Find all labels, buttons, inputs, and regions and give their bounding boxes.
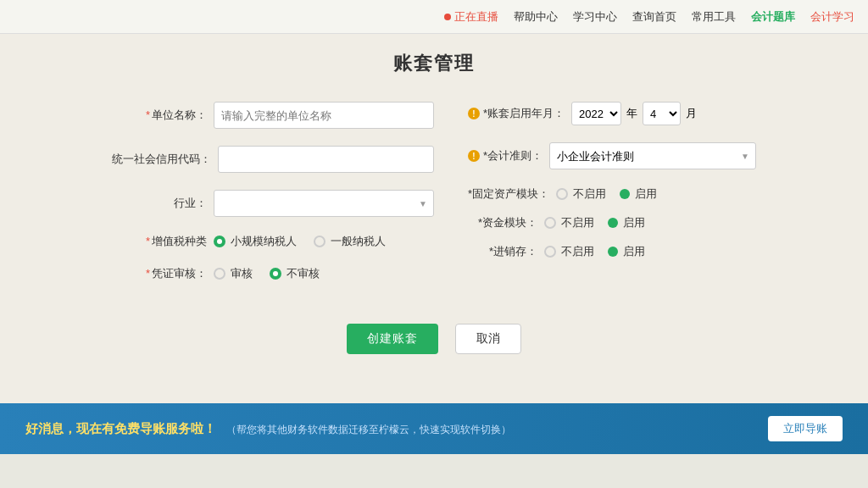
inventory-off-label: 不启用: [561, 244, 594, 259]
audit-radio-group: 审核 不审核: [214, 266, 320, 281]
vat-type-row: 增值税种类 小规模纳税人 一般纳税人: [112, 234, 434, 249]
bottom-banner: 好消息，现在有免费导账服务啦！ （帮您将其他财务软件数据迁移至柠檬云，快速实现软…: [0, 403, 868, 454]
accounting-std-select-wrapper: 小企业会计准则 企业会计准则 ▼: [549, 142, 756, 169]
account-year-row: ! *账套启用年月： 2020 2021 2022 2023 年 1 2 3: [468, 102, 756, 125]
audit-no-label: 不审核: [287, 266, 320, 281]
fund-on-option[interactable]: 启用: [608, 215, 645, 230]
fixed-assets-off-option[interactable]: 不启用: [556, 186, 606, 202]
credit-code-label: 统一社会信用代码：: [112, 152, 218, 167]
fixed-assets-off-radio-icon: [556, 188, 568, 200]
form-left: 单位名称： 统一社会信用代码： 行业： 制造业 零售业 服务业 建筑业: [112, 102, 434, 298]
vat-general-radio-icon: [314, 236, 326, 247]
voucher-audit-label: 凭证审核：: [112, 266, 214, 281]
year-select[interactable]: 2020 2021 2022 2023: [571, 102, 621, 125]
banner-main-text: 好消息，现在有免费导账服务啦！ （帮您将其他财务软件数据迁移至柠檬云，快速实现软…: [25, 421, 511, 435]
audit-no-option[interactable]: 不审核: [270, 266, 320, 281]
audit-no-radio-icon: [270, 268, 281, 280]
fund-options: 不启用 启用: [544, 215, 645, 230]
query-nav-item[interactable]: 查询首页: [632, 9, 676, 25]
industry-select[interactable]: 制造业 零售业 服务业 建筑业 其他: [214, 190, 434, 217]
industry-row: 行业： 制造业 零售业 服务业 建筑业 其他 ▼: [112, 190, 434, 217]
industry-select-wrapper: 制造业 零售业 服务业 建筑业 其他 ▼: [214, 190, 434, 217]
inventory-off-radio-icon: [544, 246, 556, 258]
month-unit: 月: [686, 106, 697, 121]
credit-code-input[interactable]: [218, 146, 434, 173]
inventory-off-option[interactable]: 不启用: [544, 244, 594, 259]
inventory-on-option[interactable]: 启用: [608, 244, 645, 259]
fixed-assets-options: 不启用 启用: [556, 186, 657, 202]
credit-code-row: 统一社会信用代码：: [112, 146, 434, 173]
cancel-button[interactable]: 取消: [455, 324, 521, 354]
fund-on-label: 启用: [623, 215, 645, 230]
top-nav: 正在直播 帮助中心 学习中心 查询首页 常用工具 会计题库 会计学习: [0, 0, 868, 34]
inventory-label: *进销存：: [468, 244, 544, 259]
accounting-std-select[interactable]: 小企业会计准则 企业会计准则: [549, 142, 756, 169]
industry-label: 行业：: [112, 196, 214, 211]
year-unit: 年: [626, 106, 637, 121]
fund-off-label: 不启用: [561, 215, 594, 230]
fixed-assets-on-option[interactable]: 启用: [620, 186, 657, 202]
fixed-assets-off-label: 不启用: [573, 186, 606, 202]
banner-highlight-text: 好消息，现在有免费导账服务啦！: [25, 421, 216, 435]
voucher-audit-row: 凭证审核： 审核 不审核: [112, 266, 434, 281]
vat-small-radio-icon: [214, 236, 225, 247]
fund-row: *资金模块： 不启用 启用: [468, 215, 756, 230]
month-select[interactable]: 1 2 3 4 5 6 7 8 9 10 11 12: [643, 102, 681, 125]
inventory-options: 不启用 启用: [544, 244, 645, 259]
audit-yes-label: 审核: [231, 266, 253, 281]
account-year-info-icon: !: [468, 108, 480, 119]
vat-small-option[interactable]: 小规模纳税人: [214, 234, 297, 249]
inventory-on-label: 启用: [623, 244, 645, 259]
accounting-std-label: ! *会计准则：: [468, 148, 549, 164]
fixed-assets-label: *固定资产模块：: [468, 186, 556, 202]
audit-yes-option[interactable]: 审核: [214, 266, 253, 281]
year-select-group: 2020 2021 2022 2023 年 1 2 3 4 5 6 7: [571, 102, 697, 125]
fixed-assets-on-label: 启用: [635, 186, 657, 202]
form-right: ! *账套启用年月： 2020 2021 2022 2023 年 1 2 3: [468, 102, 756, 298]
fixed-assets-row: *固定资产模块： 不启用 启用: [468, 186, 756, 202]
create-account-button[interactable]: 创建账套: [347, 324, 438, 354]
accounting-std-label-text: *会计准则：: [483, 148, 542, 164]
vat-general-option[interactable]: 一般纳税人: [314, 234, 386, 249]
live-nav-item[interactable]: 正在直播: [444, 9, 498, 25]
unit-name-label: 单位名称：: [112, 108, 214, 123]
brand-nav-item[interactable]: 会计题库: [751, 9, 795, 25]
fund-label: *资金模块：: [468, 215, 544, 230]
inventory-row: *进销存： 不启用 启用: [468, 244, 756, 259]
accounting-std-row: ! *会计准则： 小企业会计准则 企业会计准则 ▼: [468, 142, 756, 169]
brand2-nav-item[interactable]: 会计学习: [810, 9, 854, 25]
audit-yes-radio-icon: [214, 268, 225, 280]
tools-nav-item[interactable]: 常用工具: [692, 9, 736, 25]
fund-off-option[interactable]: 不启用: [544, 215, 594, 230]
main-content: 账套管理 单位名称： 统一社会信用代码： 行业： 制造业: [0, 34, 868, 454]
help-nav-item[interactable]: 帮助中心: [514, 9, 558, 25]
inventory-on-dot-icon: [608, 247, 618, 257]
unit-name-row: 单位名称：: [112, 102, 434, 129]
fund-off-radio-icon: [544, 217, 556, 229]
account-year-label: ! *账套启用年月：: [468, 106, 571, 121]
live-label: 正在直播: [454, 9, 498, 25]
form-container: 单位名称： 统一社会信用代码： 行业： 制造业 零售业 服务业 建筑业: [34, 102, 834, 298]
vat-radio-group: 小规模纳税人 一般纳税人: [214, 234, 386, 249]
vat-general-label: 一般纳税人: [331, 234, 386, 249]
fixed-assets-on-dot-icon: [620, 189, 630, 199]
study-nav-item[interactable]: 学习中心: [573, 9, 617, 25]
accounting-std-info-icon: !: [468, 150, 480, 162]
live-dot-icon: [444, 14, 451, 20]
account-year-label-text: *账套启用年月：: [483, 106, 565, 121]
banner-content: 好消息，现在有免费导账服务啦！ （帮您将其他财务软件数据迁移至柠檬云，快速实现软…: [25, 421, 511, 437]
banner-action-button[interactable]: 立即导账: [768, 416, 843, 441]
button-row: 创建账套 取消: [34, 324, 834, 354]
vat-small-label: 小规模纳税人: [231, 234, 297, 249]
banner-sub-text: （帮您将其他财务软件数据迁移至柠檬云，快速实现软件切换）: [226, 424, 511, 435]
fund-on-dot-icon: [608, 218, 618, 228]
unit-name-input[interactable]: [214, 102, 434, 129]
page-title: 账套管理: [34, 51, 834, 76]
vat-type-label: 增值税种类: [112, 234, 214, 249]
